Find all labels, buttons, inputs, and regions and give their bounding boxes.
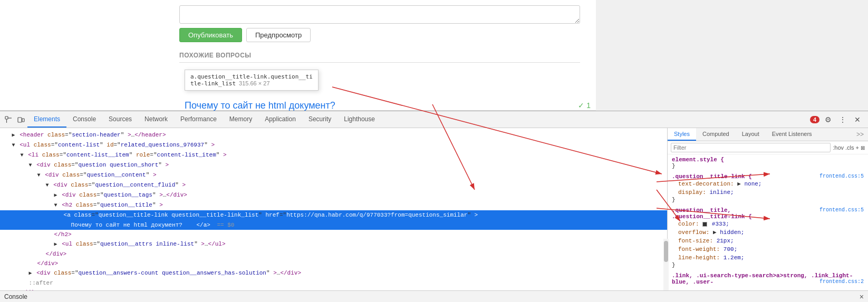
svg-rect-4: [22, 119, 24, 122]
css-selector: element.style {: [672, 157, 724, 163]
css-rule-element-style: element.style { }: [672, 157, 864, 169]
css-property-line: display: inline;: [672, 188, 864, 197]
dom-line-selected[interactable]: <a class="question__title-link question_…: [0, 210, 667, 220]
dom-line[interactable]: ▼ <h2 class="question__title" >: [0, 200, 667, 210]
content-textarea[interactable]: [179, 5, 580, 24]
device-toggle-icon[interactable]: [15, 112, 27, 127]
css-rule-link: .link, .ui-search-type-search>a>strong, …: [672, 272, 864, 285]
triangle-icon[interactable]: ▼: [12, 142, 15, 148]
devtools-toolbar: Elements Console Sources Network Perform…: [0, 111, 868, 128]
styles-content: element.style { } .question__title-link …: [668, 154, 868, 290]
styles-panel: Styles Computed Layout Event Listeners >…: [668, 128, 868, 290]
styles-tabs: Styles Computed Layout Event Listeners >…: [668, 128, 868, 141]
publish-button[interactable]: Опубликовать: [179, 28, 242, 42]
css-source[interactable]: frontend.css:2: [819, 279, 864, 285]
devtools-body: ▶ <header class="section-header" >…</hea…: [0, 128, 868, 290]
devtools-panel: Elements Console Sources Network Perform…: [0, 111, 868, 302]
tab-styles[interactable]: Styles: [668, 128, 696, 141]
triangle-icon[interactable]: ▼: [29, 162, 32, 168]
similar-section: ПОХОЖИЕ ВОПРОСЫ: [179, 52, 585, 63]
scroll-thumb: [664, 241, 668, 262]
css-property-line: text-decoration: ▶ none;: [672, 180, 864, 188]
tab-application[interactable]: Application: [258, 111, 302, 128]
checkmark-badge: ✓ 1: [578, 101, 591, 110]
tab-layout[interactable]: Layout: [736, 128, 766, 141]
styles-filter-right: :hov .cls + ⊠: [833, 144, 865, 151]
dom-line[interactable]: ▼ <li class="content-list__item" role="c…: [0, 150, 667, 160]
css-selector: .question__title-link {: [672, 173, 752, 180]
css-source[interactable]: frontend.css:5: [819, 207, 864, 213]
dom-line[interactable]: </div>: [0, 249, 667, 259]
button-row: Опубликовать Предпросмотр: [179, 28, 585, 42]
css-brace: }: [672, 262, 676, 268]
dom-line[interactable]: ▶ <div class="question__tags" >…</div>: [0, 190, 667, 200]
tab-computed[interactable]: Computed: [696, 128, 736, 141]
tab-event-listeners[interactable]: Event Listeners: [766, 128, 818, 141]
triangle-icon[interactable]: ▶: [54, 241, 57, 247]
dom-line[interactable]: ▶ <header class="section-header" >…</hea…: [0, 130, 667, 140]
devtools-right-icons: 4 ⚙ ⋮ ✕: [810, 112, 864, 127]
tab-lighthouse[interactable]: Lighthouse: [337, 111, 381, 128]
close-devtools-icon[interactable]: ✕: [851, 112, 864, 127]
svg-rect-3: [18, 118, 22, 122]
css-property-line: line-height: 1.2em;: [672, 254, 864, 262]
css-brace: }: [672, 163, 676, 169]
css-selector: .question__title-link {: [672, 213, 752, 220]
more-options-icon[interactable]: ⋮: [836, 112, 849, 127]
settings-icon[interactable]: ⚙: [822, 112, 834, 127]
triangle-icon[interactable]: ▶: [29, 270, 32, 276]
tab-memory[interactable]: Memory: [223, 111, 258, 128]
filter-expand[interactable]: ⊠: [861, 145, 865, 151]
tooltip-dimensions: 315.66 × 27: [239, 80, 269, 86]
dom-line[interactable]: ▼ <div class="question__content_fluid" >: [0, 180, 667, 190]
styles-filter-row: :hov .cls + ⊠: [668, 141, 868, 154]
styles-filter-input[interactable]: [671, 143, 831, 152]
dom-panel[interactable]: ▶ <header class="section-header" >…</hea…: [0, 128, 668, 290]
dom-scrollbar[interactable]: [663, 239, 669, 290]
tab-elements[interactable]: Elements: [27, 111, 66, 128]
styles-tabs-more[interactable]: >>: [852, 128, 868, 141]
tab-network[interactable]: Network: [138, 111, 174, 128]
css-property-line: font-weight: 700;: [672, 245, 864, 254]
similar-title: ПОХОЖИЕ ВОПРОСЫ: [179, 52, 580, 63]
color-swatch: [702, 221, 708, 227]
tab-security[interactable]: Security: [302, 111, 337, 128]
tab-console[interactable]: Console: [66, 111, 102, 128]
console-close-icon[interactable]: ×: [860, 293, 864, 301]
dom-line[interactable]: ▶ <div class="question__answers-count qu…: [0, 268, 667, 278]
triangle-icon[interactable]: ▼: [37, 172, 41, 178]
dom-line[interactable]: </div>: [0, 259, 667, 268]
console-bar: Console ×: [0, 290, 868, 302]
dom-line[interactable]: ▼ <div class="question__content" >: [0, 170, 667, 180]
triangle-icon[interactable]: ▼: [54, 202, 57, 208]
page-area: Опубликовать Предпросмотр ПОХОЖИЕ ВОПРОС…: [0, 0, 596, 111]
triangle-icon[interactable]: ▶: [12, 132, 15, 138]
css-property-line: font-size: 21px;: [672, 237, 864, 245]
error-count-badge: 4: [810, 116, 819, 123]
triangle-icon[interactable]: ▶: [54, 192, 57, 198]
filter-hov[interactable]: :hov: [833, 144, 844, 151]
preview-button[interactable]: Предпросмотр: [246, 28, 311, 42]
element-picker-icon[interactable]: [2, 112, 15, 127]
css-rule-title-link: .question__title-link { frontend.css:5 t…: [672, 173, 864, 203]
dom-line[interactable]: ▶ <ul class="question__attrs inline-list…: [0, 239, 667, 249]
filter-plus[interactable]: +: [856, 144, 859, 151]
tab-sources[interactable]: Sources: [102, 111, 138, 128]
question-link[interactable]: Почему то сайт не html документ?: [185, 100, 335, 111]
css-property-line: overflow: ▶ hidden;: [672, 228, 864, 237]
dom-line[interactable]: </h2>: [0, 230, 667, 239]
css-rule-title: .question__title, frontend.css:5 .questi…: [672, 207, 864, 268]
tab-performance[interactable]: Performance: [174, 111, 223, 128]
dom-line[interactable]: ::after: [0, 278, 667, 288]
triangle-icon[interactable]: ▼: [46, 182, 49, 188]
dom-line[interactable]: ▼ <ul class="content-list" id="related_q…: [0, 140, 667, 150]
filter-cls[interactable]: .cls: [845, 144, 854, 151]
element-tooltip: a.question__title-link.question__title-l…: [185, 70, 319, 91]
checkmark-count: 1: [586, 101, 591, 110]
css-property-line: color: #333;: [672, 220, 864, 228]
dom-line-selected-text[interactable]: Почему то сайт не html документ? </a> ==…: [0, 220, 667, 230]
dom-line[interactable]: ▼ <div class="question question_short" >: [0, 160, 667, 170]
triangle-icon[interactable]: ▼: [21, 152, 24, 158]
css-source[interactable]: frontend.css:5: [819, 173, 864, 179]
css-selector: .question__title,: [672, 207, 731, 213]
